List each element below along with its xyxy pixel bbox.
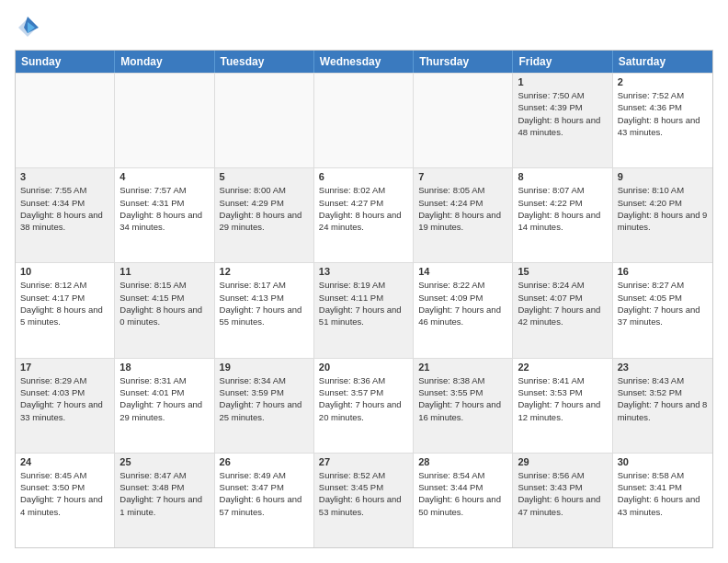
calendar-row: 10Sunrise: 8:12 AM Sunset: 4:17 PM Dayli… — [16, 262, 712, 357]
calendar-cell: 23Sunrise: 8:43 AM Sunset: 3:52 PM Dayli… — [613, 359, 712, 453]
day-number: 18 — [119, 362, 209, 373]
day-number: 21 — [418, 362, 507, 373]
cell-details: Sunrise: 8:00 AM Sunset: 4:29 PM Dayligh… — [220, 184, 309, 233]
day-number: 11 — [119, 266, 209, 277]
cell-details: Sunrise: 8:24 AM Sunset: 4:07 PM Dayligh… — [518, 279, 607, 327]
day-number: 24 — [20, 456, 109, 467]
calendar-row: 24Sunrise: 8:45 AM Sunset: 3:50 PM Dayli… — [16, 453, 712, 547]
cell-details: Sunrise: 8:10 AM Sunset: 4:20 PM Dayligh… — [618, 184, 708, 233]
calendar-cell: 25Sunrise: 8:47 AM Sunset: 3:48 PM Dayli… — [115, 454, 214, 547]
weekday-header: Sunday — [16, 51, 115, 73]
calendar-row: 3Sunrise: 7:55 AM Sunset: 4:34 PM Daylig… — [16, 167, 712, 262]
day-number: 13 — [319, 266, 408, 277]
cell-details: Sunrise: 8:54 AM Sunset: 3:44 PM Dayligh… — [418, 469, 507, 518]
day-number: 26 — [220, 456, 309, 467]
cell-details: Sunrise: 8:12 AM Sunset: 4:17 PM Dayligh… — [20, 279, 109, 327]
calendar-row: 1Sunrise: 7:50 AM Sunset: 4:39 PM Daylig… — [16, 73, 712, 167]
day-number: 10 — [20, 266, 109, 277]
weekday-header: Wednesday — [314, 51, 414, 73]
calendar-cell: 30Sunrise: 8:58 AM Sunset: 3:41 PM Dayli… — [613, 454, 712, 547]
cell-details: Sunrise: 8:31 AM Sunset: 4:01 PM Dayligh… — [119, 374, 209, 423]
calendar-cell: 14Sunrise: 8:22 AM Sunset: 4:09 PM Dayli… — [414, 263, 513, 357]
cell-details: Sunrise: 8:56 AM Sunset: 3:43 PM Dayligh… — [518, 469, 607, 518]
calendar-cell: 7Sunrise: 8:05 AM Sunset: 4:24 PM Daylig… — [414, 168, 513, 262]
day-number: 27 — [319, 456, 408, 467]
day-number: 19 — [220, 362, 309, 373]
cell-details: Sunrise: 7:52 AM Sunset: 4:36 PM Dayligh… — [618, 89, 708, 138]
calendar-body: 1Sunrise: 7:50 AM Sunset: 4:39 PM Daylig… — [16, 73, 712, 547]
cell-details: Sunrise: 8:17 AM Sunset: 4:13 PM Dayligh… — [220, 279, 309, 327]
calendar-cell: 3Sunrise: 7:55 AM Sunset: 4:34 PM Daylig… — [16, 168, 115, 262]
calendar-cell: 4Sunrise: 7:57 AM Sunset: 4:31 PM Daylig… — [115, 168, 214, 262]
day-number: 15 — [518, 266, 607, 277]
calendar-cell: 12Sunrise: 8:17 AM Sunset: 4:13 PM Dayli… — [215, 263, 314, 357]
calendar-cell: 2Sunrise: 7:52 AM Sunset: 4:36 PM Daylig… — [613, 74, 712, 167]
calendar-cell: 24Sunrise: 8:45 AM Sunset: 3:50 PM Dayli… — [16, 454, 115, 547]
day-number: 28 — [418, 456, 507, 467]
cell-details: Sunrise: 8:41 AM Sunset: 3:53 PM Dayligh… — [518, 374, 607, 423]
cell-details: Sunrise: 8:19 AM Sunset: 4:11 PM Dayligh… — [319, 279, 408, 327]
cell-details: Sunrise: 7:57 AM Sunset: 4:31 PM Dayligh… — [119, 184, 209, 233]
weekday-header: Tuesday — [215, 51, 314, 73]
day-number: 3 — [20, 171, 109, 182]
weekday-header: Friday — [513, 51, 612, 73]
calendar-cell: 13Sunrise: 8:19 AM Sunset: 4:11 PM Dayli… — [314, 263, 414, 357]
logo-icon — [15, 15, 40, 40]
calendar-cell: 10Sunrise: 8:12 AM Sunset: 4:17 PM Dayli… — [16, 263, 115, 357]
day-number: 22 — [518, 362, 607, 373]
header — [15, 15, 713, 40]
cell-details: Sunrise: 8:05 AM Sunset: 4:24 PM Dayligh… — [418, 184, 507, 233]
calendar-cell: 17Sunrise: 8:29 AM Sunset: 4:03 PM Dayli… — [16, 359, 115, 453]
calendar: SundayMondayTuesdayWednesdayThursdayFrid… — [15, 50, 713, 548]
logo — [15, 15, 44, 40]
cell-details: Sunrise: 8:29 AM Sunset: 4:03 PM Dayligh… — [20, 374, 109, 423]
day-number: 23 — [618, 362, 708, 373]
day-number: 14 — [418, 266, 507, 277]
cell-details: Sunrise: 8:22 AM Sunset: 4:09 PM Dayligh… — [418, 279, 507, 327]
calendar-cell: 21Sunrise: 8:38 AM Sunset: 3:55 PM Dayli… — [414, 359, 513, 453]
calendar-cell: 8Sunrise: 8:07 AM Sunset: 4:22 PM Daylig… — [513, 168, 612, 262]
cell-details: Sunrise: 8:02 AM Sunset: 4:27 PM Dayligh… — [319, 184, 408, 233]
calendar-page: SundayMondayTuesdayWednesdayThursdayFrid… — [0, 0, 728, 563]
day-number: 25 — [119, 456, 209, 467]
calendar-cell: 29Sunrise: 8:56 AM Sunset: 3:43 PM Dayli… — [513, 454, 612, 547]
calendar-cell — [314, 74, 414, 167]
weekday-header: Monday — [115, 51, 214, 73]
day-number: 16 — [618, 266, 708, 277]
calendar-cell: 9Sunrise: 8:10 AM Sunset: 4:20 PM Daylig… — [613, 168, 712, 262]
cell-details: Sunrise: 8:49 AM Sunset: 3:47 PM Dayligh… — [220, 469, 309, 518]
calendar-cell: 18Sunrise: 8:31 AM Sunset: 4:01 PM Dayli… — [115, 359, 214, 453]
cell-details: Sunrise: 8:43 AM Sunset: 3:52 PM Dayligh… — [618, 374, 708, 423]
cell-details: Sunrise: 7:55 AM Sunset: 4:34 PM Dayligh… — [20, 184, 109, 233]
day-number: 12 — [220, 266, 309, 277]
calendar-header: SundayMondayTuesdayWednesdayThursdayFrid… — [16, 51, 712, 73]
calendar-cell — [414, 74, 513, 167]
day-number: 30 — [618, 456, 708, 467]
day-number: 4 — [119, 171, 209, 182]
day-number: 8 — [518, 171, 607, 182]
cell-details: Sunrise: 8:47 AM Sunset: 3:48 PM Dayligh… — [119, 469, 209, 518]
calendar-cell: 22Sunrise: 8:41 AM Sunset: 3:53 PM Dayli… — [513, 359, 612, 453]
cell-details: Sunrise: 8:15 AM Sunset: 4:15 PM Dayligh… — [119, 279, 209, 327]
calendar-cell: 16Sunrise: 8:27 AM Sunset: 4:05 PM Dayli… — [613, 263, 712, 357]
calendar-cell — [16, 74, 115, 167]
day-number: 5 — [220, 171, 309, 182]
day-number: 2 — [618, 76, 708, 87]
calendar-cell — [215, 74, 314, 167]
day-number: 7 — [418, 171, 507, 182]
cell-details: Sunrise: 8:36 AM Sunset: 3:57 PM Dayligh… — [319, 374, 408, 423]
cell-details: Sunrise: 8:58 AM Sunset: 3:41 PM Dayligh… — [618, 469, 708, 518]
day-number: 6 — [319, 171, 408, 182]
day-number: 9 — [618, 171, 708, 182]
cell-details: Sunrise: 8:34 AM Sunset: 3:59 PM Dayligh… — [220, 374, 309, 423]
calendar-cell: 28Sunrise: 8:54 AM Sunset: 3:44 PM Dayli… — [414, 454, 513, 547]
day-number: 17 — [20, 362, 109, 373]
cell-details: Sunrise: 8:07 AM Sunset: 4:22 PM Dayligh… — [518, 184, 607, 233]
day-number: 1 — [518, 76, 607, 87]
calendar-cell: 15Sunrise: 8:24 AM Sunset: 4:07 PM Dayli… — [513, 263, 612, 357]
weekday-header: Thursday — [414, 51, 513, 73]
cell-details: Sunrise: 8:45 AM Sunset: 3:50 PM Dayligh… — [20, 469, 109, 518]
cell-details: Sunrise: 7:50 AM Sunset: 4:39 PM Dayligh… — [518, 89, 607, 138]
calendar-cell: 5Sunrise: 8:00 AM Sunset: 4:29 PM Daylig… — [215, 168, 314, 262]
cell-details: Sunrise: 8:27 AM Sunset: 4:05 PM Dayligh… — [618, 279, 708, 327]
